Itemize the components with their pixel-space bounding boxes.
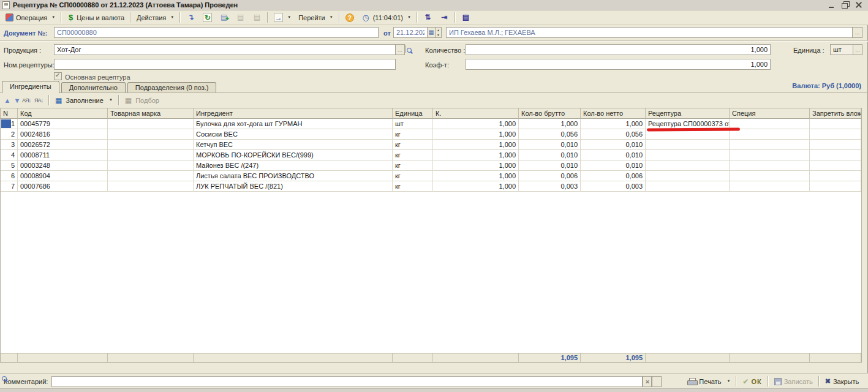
cell-forbid[interactable] bbox=[810, 150, 861, 160]
cell-forbid[interactable] bbox=[810, 129, 861, 140]
minimize-button[interactable] bbox=[828, 1, 836, 9]
cell-gross[interactable]: 1,000 bbox=[519, 119, 581, 129]
cell-k[interactable]: 1,000 bbox=[433, 140, 519, 150]
cell-brand[interactable] bbox=[108, 181, 194, 192]
cell-code[interactable]: 00008904 bbox=[18, 171, 108, 181]
cell-gross[interactable]: 0,003 bbox=[519, 181, 581, 192]
calendar-icon[interactable] bbox=[427, 27, 436, 38]
cell-forbid[interactable] bbox=[810, 119, 861, 129]
doc-date-input[interactable] bbox=[393, 27, 428, 38]
cell-n[interactable]: 4 bbox=[1, 150, 18, 160]
cell-recipe[interactable] bbox=[646, 181, 730, 192]
cell-k[interactable]: 1,000 bbox=[433, 129, 519, 140]
cell-forbid[interactable] bbox=[810, 181, 861, 192]
cell-brand[interactable] bbox=[108, 129, 194, 140]
coef-input[interactable] bbox=[466, 59, 771, 70]
cell-ingredient[interactable]: МОРКОВЬ ПО-КОРЕЙСКИ ВЕС/(999) bbox=[194, 150, 393, 160]
cell-ingredient[interactable]: ЛУК РЕПЧАТЫЙ ВЕС /(821) bbox=[194, 181, 393, 192]
cell-brand[interactable] bbox=[108, 150, 194, 160]
cell-gross[interactable]: 0,010 bbox=[519, 140, 581, 150]
cell-recipe[interactable] bbox=[646, 140, 730, 150]
cell-n[interactable]: 5 bbox=[1, 160, 18, 171]
main-recipe-checkbox[interactable] bbox=[54, 72, 62, 80]
cell-code[interactable]: 00003248 bbox=[18, 160, 108, 171]
close-button[interactable] bbox=[855, 1, 863, 9]
quantity-input[interactable] bbox=[466, 44, 771, 55]
cell-k[interactable]: 1,000 bbox=[433, 119, 519, 129]
cell-n[interactable]: 7 bbox=[1, 181, 18, 192]
tab-additional[interactable]: Дополнительно bbox=[61, 82, 126, 93]
table-row[interactable]: 700007686ЛУК РЕПЧАТЫЙ ВЕС /(821)кг1,0000… bbox=[1, 181, 861, 192]
nom-recipe-input[interactable] bbox=[54, 59, 396, 70]
cell-spice[interactable] bbox=[730, 171, 810, 181]
unit-select-button[interactable]: ... bbox=[853, 44, 862, 55]
cell-ingredient[interactable]: Листья салата ВЕС ПРОИЗВОДСТВО bbox=[194, 171, 393, 181]
move-row-up-icon[interactable]: ▲ bbox=[2, 97, 12, 104]
cell-brand[interactable] bbox=[108, 160, 194, 171]
move-row-down-icon[interactable]: ▼ bbox=[12, 97, 22, 104]
cell-n[interactable]: 2 bbox=[1, 129, 18, 140]
cell-k[interactable]: 1,000 bbox=[433, 160, 519, 171]
cell-ingredient[interactable]: Кетчуп ВЕС bbox=[194, 140, 393, 150]
table-row[interactable]: 500003248Майонез ВЕС /(247)кг1,0000,0100… bbox=[1, 160, 861, 171]
cell-net[interactable]: 0,010 bbox=[581, 140, 646, 150]
cell-net[interactable]: 0,056 bbox=[581, 129, 646, 140]
cell-net[interactable]: 0,010 bbox=[581, 160, 646, 171]
cell-gross[interactable]: 0,056 bbox=[519, 129, 581, 140]
cell-code[interactable]: 00045779 bbox=[18, 119, 108, 129]
close-form-button[interactable]: ✖ Закрыть bbox=[821, 377, 863, 386]
cell-gross[interactable]: 0,006 bbox=[519, 171, 581, 181]
tab-ingredients[interactable]: Ингредиенты bbox=[2, 81, 59, 93]
cell-ingredient[interactable]: Сосиски ВЕС bbox=[194, 129, 393, 140]
sort-descending-icon[interactable]: ЯА↓ bbox=[34, 97, 47, 104]
fill-menu-button[interactable]: ▦ Заполнение bbox=[51, 94, 116, 107]
cell-unit[interactable]: кг bbox=[393, 129, 433, 140]
cell-forbid[interactable] bbox=[810, 140, 861, 150]
sort-ascending-icon[interactable]: АЯ↓ bbox=[22, 97, 34, 104]
copy-document-button[interactable]: ▤+ bbox=[216, 11, 232, 24]
organization-input[interactable] bbox=[446, 27, 853, 38]
cell-gross[interactable]: 0,010 bbox=[519, 150, 581, 160]
organization-select-button[interactable]: ... bbox=[852, 27, 862, 38]
cell-n[interactable]: 1 bbox=[1, 119, 18, 129]
table-empty-area[interactable] bbox=[1, 192, 861, 353]
table-row[interactable]: 400008711МОРКОВЬ ПО-КОРЕЙСКИ ВЕС/(999)кг… bbox=[1, 150, 861, 160]
date-spinner[interactable]: ▲▼ bbox=[435, 27, 442, 38]
cell-ingredient[interactable]: Булочка для хот-дога шт ГУРМАН bbox=[194, 119, 393, 129]
restore-button[interactable] bbox=[841, 1, 850, 9]
cell-net[interactable]: 0,003 bbox=[581, 181, 646, 192]
doc-number-input[interactable] bbox=[54, 27, 379, 38]
actions-menu-button[interactable]: Действия bbox=[133, 12, 178, 23]
goto-menu-button[interactable]: Перейти bbox=[295, 12, 337, 23]
cell-code[interactable]: 00026572 bbox=[18, 140, 108, 150]
cell-unit[interactable]: кг bbox=[393, 140, 433, 150]
cell-code[interactable]: 00008711 bbox=[18, 150, 108, 160]
cell-k[interactable]: 1,000 bbox=[433, 171, 519, 181]
cell-k[interactable]: 1,000 bbox=[433, 181, 519, 192]
cell-spice[interactable] bbox=[730, 181, 810, 192]
comment-input[interactable] bbox=[51, 376, 643, 387]
cell-recipe[interactable] bbox=[646, 171, 730, 181]
cell-n[interactable]: 6 bbox=[1, 171, 18, 181]
print-button[interactable]: Печать bbox=[684, 377, 725, 386]
help-button[interactable]: ? bbox=[342, 12, 358, 24]
product-clear-button[interactable]: ... bbox=[395, 44, 405, 55]
cell-ingredient[interactable]: Майонез ВЕС /(247) bbox=[194, 160, 393, 171]
cell-brand[interactable] bbox=[108, 119, 194, 129]
cell-forbid[interactable] bbox=[810, 160, 861, 171]
cell-spice[interactable] bbox=[730, 119, 810, 129]
table-row[interactable]: 600008904Листья салата ВЕС ПРОИЗВОДСТВОк… bbox=[1, 171, 861, 181]
cell-k[interactable]: 1,000 bbox=[433, 150, 519, 160]
cell-unit[interactable]: кг bbox=[393, 160, 433, 171]
product-input[interactable] bbox=[54, 44, 396, 55]
refresh-button[interactable]: ↻ bbox=[199, 11, 216, 24]
structure-button[interactable]: ⇅ bbox=[420, 11, 436, 24]
prices-currency-button[interactable]: $ Цены и валюта bbox=[64, 11, 128, 24]
cell-brand[interactable] bbox=[108, 140, 194, 150]
post-document-button[interactable]: → bbox=[270, 11, 295, 24]
operation-menu-button[interactable]: Операция bbox=[2, 12, 59, 23]
cell-net[interactable]: 1,000 bbox=[581, 119, 646, 129]
cell-brand[interactable] bbox=[108, 171, 194, 181]
list-settings-button[interactable]: ▤ bbox=[458, 11, 474, 24]
cell-unit[interactable]: кг bbox=[393, 181, 433, 192]
